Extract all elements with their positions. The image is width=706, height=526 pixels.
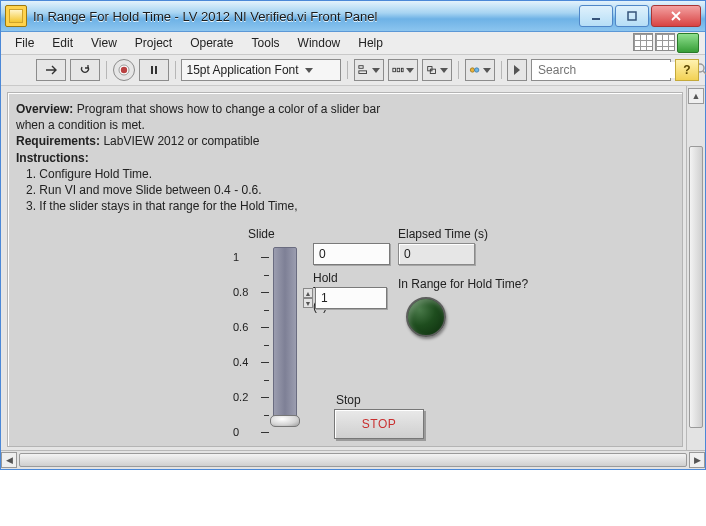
enter-text-button[interactable] (507, 59, 527, 81)
description-block: Overview: Program that shows how to chan… (16, 101, 482, 214)
menu-edit[interactable]: Edit (44, 34, 81, 52)
panel-area: Overview: Program that shows how to chan… (1, 86, 705, 469)
overview-text: Program that shows how to change a color… (77, 102, 381, 116)
svg-rect-9 (397, 68, 400, 71)
horizontal-scrollbar[interactable]: ◀ ▶ (1, 450, 705, 469)
svg-rect-12 (430, 69, 435, 73)
tick-label: 0.8 (233, 286, 248, 298)
requirements-text: LabVIEW 2012 or compatible (103, 134, 259, 148)
pane-layout-icon-2[interactable] (655, 33, 675, 51)
menu-view[interactable]: View (83, 34, 125, 52)
slide-value: 0 (319, 247, 326, 261)
scroll-thumb[interactable] (689, 146, 703, 428)
align-objects-button[interactable] (354, 59, 384, 81)
in-range-led (406, 297, 446, 337)
menu-file[interactable]: File (7, 34, 42, 52)
instructions-label: Instructions: (16, 151, 89, 165)
run-continuously-button[interactable] (70, 59, 100, 81)
chevron-down-icon (372, 68, 380, 73)
pane-layout-icon[interactable] (633, 33, 653, 51)
slide-thumb[interactable] (270, 415, 300, 427)
toolbar-divider (106, 61, 107, 79)
chevron-down-icon (483, 68, 491, 73)
slide-track[interactable] (273, 247, 297, 425)
tick-label: 0 (233, 426, 239, 438)
svg-point-14 (474, 68, 478, 72)
toolbar-divider (347, 61, 348, 79)
context-help-button[interactable]: ? (675, 59, 699, 81)
hold-time-spinner[interactable]: ▲ ▼ (303, 288, 313, 308)
overview-label: Overview: (16, 102, 73, 116)
vertical-scrollbar[interactable]: ▲ (686, 86, 705, 451)
overview-text-2: when a condition is met. (16, 117, 482, 133)
instruction-2: 2. Run VI and move Slide between 0.4 - 0… (16, 182, 482, 198)
scroll-up-icon[interactable]: ▲ (688, 88, 704, 104)
stop-button[interactable]: STOP (334, 409, 424, 439)
search-input[interactable] (536, 62, 690, 78)
vi-icon[interactable] (677, 33, 699, 53)
search-box[interactable] (531, 59, 671, 81)
svg-point-3 (121, 67, 127, 73)
slide-value-field[interactable]: 0 (313, 243, 390, 265)
elapsed-time-value: 0 (404, 247, 411, 261)
tick-label: 0.2 (233, 391, 248, 403)
minimize-button[interactable] (579, 5, 613, 27)
svg-rect-6 (359, 66, 363, 69)
maximize-button[interactable] (615, 5, 649, 27)
menu-window[interactable]: Window (290, 34, 349, 52)
toolbar-divider (501, 61, 502, 79)
chevron-down-icon (406, 68, 414, 73)
menu-tools[interactable]: Tools (244, 34, 288, 52)
svg-rect-8 (393, 68, 396, 71)
svg-rect-10 (401, 68, 403, 71)
menu-operate[interactable]: Operate (182, 34, 241, 52)
spin-up-icon[interactable]: ▲ (303, 288, 313, 298)
slide-label: Slide (248, 227, 275, 241)
chevron-down-icon (305, 68, 313, 73)
hold-time-value: 1 (321, 291, 328, 305)
instruction-3: 3. If the slider stays in that range for… (16, 198, 482, 214)
titlebar[interactable]: In Range For Hold Time - LV 2012 NI Veri… (1, 1, 705, 32)
svg-rect-1 (628, 12, 636, 20)
app-window: In Range For Hold Time - LV 2012 NI Veri… (0, 0, 706, 470)
menubar: File Edit View Project Operate Tools Win… (1, 32, 705, 55)
font-dropdown[interactable]: 15pt Application Font (181, 59, 341, 81)
abort-button[interactable] (113, 59, 135, 81)
reorder-button[interactable] (465, 59, 495, 81)
slide-scale: 1 0.8 0.6 0.4 0.2 0 (233, 243, 273, 423)
front-panel[interactable]: Overview: Program that shows how to chan… (7, 92, 683, 447)
toolbar-divider (175, 61, 176, 79)
font-label: 15pt Application Font (186, 63, 298, 77)
tick-label: 0.6 (233, 321, 248, 333)
svg-rect-7 (359, 71, 367, 74)
close-button[interactable] (651, 5, 701, 27)
distribute-objects-button[interactable] (388, 59, 418, 81)
tick-label: 0.4 (233, 356, 248, 368)
hold-time-field[interactable]: 1 (315, 287, 387, 309)
spin-down-icon[interactable]: ▼ (303, 298, 313, 308)
stop-caption: Stop (336, 393, 361, 407)
menu-help[interactable]: Help (350, 34, 391, 52)
svg-point-13 (470, 68, 474, 72)
menu-project[interactable]: Project (127, 34, 180, 52)
window-buttons (579, 5, 701, 27)
svg-rect-5 (155, 66, 157, 74)
toolbar: 15pt Application Font (1, 55, 705, 86)
scroll-right-icon[interactable]: ▶ (689, 452, 705, 468)
chevron-down-icon (440, 68, 448, 73)
scroll-thumb[interactable] (19, 453, 687, 467)
elapsed-time-label: Elapsed Time (s) (398, 227, 488, 241)
requirements-label: Requirements: (16, 134, 100, 148)
resize-objects-button[interactable] (422, 59, 452, 81)
svg-rect-4 (151, 66, 153, 74)
toolbar-divider (458, 61, 459, 79)
pause-button[interactable] (139, 59, 169, 81)
run-button[interactable] (36, 59, 66, 81)
scroll-left-icon[interactable]: ◀ (1, 452, 17, 468)
in-range-label: In Range for Hold Time? (398, 277, 528, 291)
instruction-1: 1. Configure Hold Time. (16, 166, 482, 182)
tick-label: 1 (233, 251, 239, 263)
elapsed-time-indicator: 0 (398, 243, 475, 265)
stop-button-label: STOP (362, 417, 396, 431)
window-title: In Range For Hold Time - LV 2012 NI Veri… (33, 9, 573, 24)
